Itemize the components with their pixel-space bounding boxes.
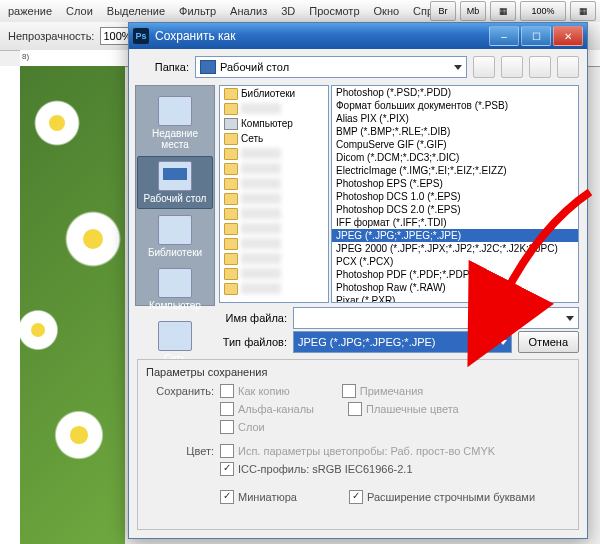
place-recent[interactable]: Недавние места [138,92,212,154]
place-libraries[interactable]: Библиотеки [138,211,212,262]
lib-icon [224,88,238,100]
top-right-toolbar: Br Mb ▦ 100% ▦ [430,0,596,22]
lowercase-checkbox[interactable]: Расширение строчными буквами [349,490,535,504]
format-option[interactable]: Photoshop EPS (*.EPS) [332,177,578,190]
menu-item[interactable]: Окно [374,5,400,17]
format-option[interactable]: IFF формат (*.IFF;*.TDI) [332,216,578,229]
filetype-label: Тип файлов: [219,336,287,348]
format-option[interactable]: PCX (*.PCX) [332,255,578,268]
ruler-vertical [0,66,21,544]
net-icon [224,133,238,145]
format-option[interactable]: Photoshop Raw (*.RAW) [332,281,578,294]
menu-item[interactable]: 3D [281,5,295,17]
format-option[interactable]: Photoshop PDF (*.PDF;*.PDP) [332,268,578,281]
tree-item[interactable]: xxxxxxxx [220,101,328,116]
maximize-button[interactable]: ☐ [521,26,551,46]
tree-item[interactable]: xxxxxxxx [220,236,328,251]
menu-item[interactable]: ражение [8,5,52,17]
format-option[interactable]: Формат больших документов (*.PSB) [332,99,578,112]
proof-checkbox[interactable]: Исп. параметры цветопробы: Раб. прост-во… [220,444,495,458]
close-button[interactable]: ✕ [553,26,583,46]
tree-item[interactable]: xxxxxxxx [220,191,328,206]
fold-icon [224,163,238,175]
arrange-button[interactable]: ▦ [490,1,516,21]
format-option[interactable]: JPEG 2000 (*.JPF;*.JPX;*.JP2;*.J2C;*.J2K… [332,242,578,255]
folder-label: Папка: [137,61,189,73]
document-canvas[interactable] [20,66,125,544]
folder-row: Папка: Рабочий стол [129,49,587,85]
up-button[interactable] [501,56,523,78]
screen-mode-button[interactable]: ▦ [570,1,596,21]
alpha-checkbox[interactable]: Альфа-каналы [220,402,314,416]
view-menu-button[interactable] [557,56,579,78]
menu-item[interactable]: Фильтр [179,5,216,17]
format-option[interactable]: Alias PIX (*.PIX) [332,112,578,125]
mb-button[interactable]: Mb [460,1,486,21]
format-option[interactable]: ElectricImage (*.IMG;*.EI;*.EIZ;*.EIZZ) [332,164,578,177]
filetype-combo[interactable]: JPEG (*.JPG;*.JPEG;*.JPE) [293,331,512,353]
opacity-label: Непрозрачность: [8,30,94,42]
menu-item[interactable]: Выделение [107,5,165,17]
menu-item[interactable]: Слои [66,5,93,17]
tree-item[interactable]: xxxxxxxx [220,251,328,266]
fold-icon [224,193,238,205]
notes-checkbox[interactable]: Примечания [342,384,424,398]
tree-item[interactable]: xxxxxxxx [220,221,328,236]
minimize-button[interactable]: – [489,26,519,46]
format-option[interactable]: Photoshop DCS 2.0 (*.EPS) [332,203,578,216]
filetype-row: Тип файлов: JPEG (*.JPG;*.JPEG;*.JPE) От… [219,331,579,353]
format-option[interactable]: Photoshop (*.PSD;*.PDD) [332,86,578,99]
format-option[interactable]: JPEG (*.JPG;*.JPEG;*.JPE) [332,229,578,242]
fold-icon [224,208,238,220]
desktop-icon [200,60,216,74]
save-params-panel: Параметры сохранения Сохранить: Как копи… [137,359,579,530]
new-folder-button[interactable] [529,56,551,78]
filename-combo[interactable] [293,307,579,329]
chevron-down-icon [454,65,462,70]
back-button[interactable] [473,56,495,78]
format-option[interactable]: CompuServe GIF (*.GIF) [332,138,578,151]
icc-checkbox[interactable]: ICC-профиль: sRGB IEC61966-2.1 [220,462,413,476]
thumbnail-checkbox[interactable]: Миниатюра [220,490,297,504]
bridge-button[interactable]: Br [430,1,456,21]
tree-item[interactable]: Библиотеки [220,86,328,101]
format-option[interactable]: Pixar (*.PXR) [332,294,578,303]
format-option[interactable]: Dicom (*.DCM;*.DC3;*.DIC) [332,151,578,164]
folder-tree[interactable]: БиблиотекиxxxxxxxxКомпьютерСетьxxxxxxxxx… [219,85,329,303]
cancel-button[interactable]: Отмена [518,331,579,353]
tree-item[interactable]: xxxxxxxx [220,206,328,221]
fold-icon [224,148,238,160]
tree-item[interactable]: xxxxxxxx [220,146,328,161]
filename-label: Имя файла: [219,312,287,324]
tree-item[interactable]: xxxxxxxx [220,161,328,176]
format-option[interactable]: Photoshop DCS 1.0 (*.EPS) [332,190,578,203]
format-dropdown-list[interactable]: Photoshop (*.PSD;*.PDD)Формат больших до… [331,85,579,303]
fold-icon [224,178,238,190]
filename-row: Имя файла: [219,307,579,329]
filetype-value: JPEG (*.JPG;*.JPEG;*.JPE) [298,336,436,348]
tree-item[interactable]: xxxxxxxx [220,266,328,281]
params-header: Параметры сохранения [146,366,570,378]
folder-combo[interactable]: Рабочий стол [195,56,467,78]
format-option[interactable]: BMP (*.BMP;*.RLE;*.DIB) [332,125,578,138]
menu-item[interactable]: Просмотр [309,5,359,17]
flower-decor [60,206,125,272]
layers-checkbox[interactable]: Слои [220,420,265,434]
tree-item[interactable]: xxxxxxxx [220,176,328,191]
fold-icon [224,268,238,280]
dialog-titlebar[interactable]: Ps Сохранить как – ☐ ✕ [129,23,587,49]
tree-item[interactable]: Компьютер [220,116,328,131]
fold-icon [224,238,238,250]
flower-decor [20,306,62,354]
as-copy-checkbox[interactable]: Как копию [220,384,290,398]
tree-item[interactable]: Сеть [220,131,328,146]
place-desktop[interactable]: Рабочий стол [137,156,213,209]
flower-decor [30,96,84,150]
fold-icon [224,223,238,235]
places-bar: Недавние места Рабочий стол Библиотеки К… [135,85,215,306]
place-computer[interactable]: Компьютер [138,264,212,315]
tree-item[interactable]: xxxxxxxx [220,281,328,296]
spot-checkbox[interactable]: Плашечные цвета [348,402,459,416]
zoom-level[interactable]: 100% [520,1,566,21]
menu-item[interactable]: Анализ [230,5,267,17]
